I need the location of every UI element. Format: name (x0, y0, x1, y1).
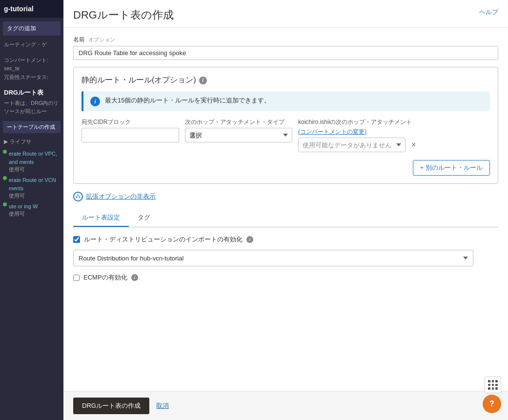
hop-attachment-col: koichiro.ishiiの次のホップ・アタッチメント (コンパートメントの変… (298, 118, 419, 152)
tabs-container: ルート表設定 タグ (73, 209, 498, 227)
help-button[interactable]: ? (483, 395, 501, 413)
list-item-text-2[interactable]: erate Route or VCN ments (9, 177, 56, 191)
help-link[interactable]: ヘルプ (479, 8, 498, 17)
rule-row: 宛先CIDRブロック 次のホップ・アタッチメント・タイプ 選択 koichiro… (81, 118, 490, 152)
ecmp-label: ECMPの有効化 (83, 273, 127, 282)
form-area: 名前 オプション 静的ルート・ルール(オプション) i i 最大15個の静的ルー… (63, 28, 508, 391)
compartment-label: コンパートメント: sec_te (4, 56, 60, 73)
create-drg-table-button[interactable]: DRGルート表の作成 (73, 398, 149, 414)
page-title: DRGルート表の作成 (73, 8, 174, 22)
grid-icon[interactable] (485, 377, 501, 393)
tab-tags[interactable]: タグ (129, 209, 159, 227)
close-rule-button[interactable]: × (408, 140, 419, 150)
grid-dot (495, 384, 498, 386)
list-item-status-1: 使用可 (9, 166, 61, 173)
grid-dot (492, 384, 494, 386)
static-rules-section: 静的ルート・ルール(オプション) i i 最大15個の静的ルート・ルールを実行時… (73, 67, 498, 184)
ecmp-checkbox[interactable] (73, 275, 80, 281)
svg-point-1 (76, 197, 78, 198)
tab-content-route-settings: ルート・ディストリビューションのインポートの有効化 i Route Distri… (73, 227, 498, 290)
sidebar-compartment: コンパートメント: sec_te 冗長性ステータス: (0, 51, 63, 84)
grid-dot (492, 380, 494, 382)
grid-dot (492, 387, 494, 390)
sidebar-title: g-tutorial (0, 0, 63, 18)
page-header: DRGルート表の作成 ヘルプ (63, 0, 508, 28)
route-dist-import-checkbox[interactable] (73, 236, 80, 243)
hop-col-label: koichiro.ishiiの次のホップ・アタッチメント (298, 118, 419, 126)
sidebar: g-tutorial タグの追加 ルーティング・ゲ コンパートメント: sec_… (0, 0, 63, 420)
grid-dot (488, 380, 490, 382)
add-rule-button[interactable]: + 別のルート・ルール (413, 160, 490, 176)
list-item-status-2: 使用可 (9, 192, 61, 200)
next-hop-type-col: 次のホップ・アタッチメント・タイプ 選択 (185, 118, 292, 142)
status-dot-2 (3, 176, 7, 180)
cancel-button[interactable]: 取消 (156, 401, 169, 410)
list-item: erate Route or VCN ments 使用可 (0, 175, 63, 201)
name-optional-label: オプション (88, 37, 115, 42)
cidr-label: 宛先CIDRブロック (81, 118, 179, 126)
redundancy-label: 冗長性ステータス: (4, 73, 60, 82)
name-field-group: 名前 オプション (73, 36, 498, 60)
ecmp-row: ECMPの有効化 i (73, 273, 498, 282)
main-content: DRGルート表の作成 ヘルプ 名前 オプション 静的ルート・ルール(オプション)… (63, 0, 508, 420)
status-dot-1 (3, 150, 7, 154)
change-compartment-link[interactable]: (コンパートメントの変更) (298, 128, 419, 136)
cidr-input[interactable] (81, 128, 179, 142)
add-tag-button[interactable]: タグの追加 (3, 21, 61, 36)
breadcrumb-text: ルーティング・ゲ (4, 40, 60, 49)
list-item-status-3: 使用可 (9, 210, 38, 218)
cidr-col: 宛先CIDRブロック (81, 118, 179, 142)
status-dot-3 (3, 202, 7, 206)
list-item: ute or ing W 使用可 (0, 201, 63, 219)
static-rules-info-icon[interactable]: i (199, 77, 207, 84)
footer: DRGルート表の作成 取消 (63, 391, 508, 420)
sidebar-drg-title: DRGルート表 (0, 83, 63, 98)
route-dist-info-icon[interactable]: i (246, 236, 253, 243)
grid-dot (488, 384, 490, 386)
sidebar-drg-desc: ート表は、DRG内のリソースが同じルー (0, 98, 63, 119)
route-dist-import-row: ルート・ディストリビューションのインポートの有効化 i (73, 235, 498, 244)
info-box: i 最大15個の静的ルート・ルールを実行時に追加できます。 (81, 91, 490, 111)
grid-dot (495, 380, 498, 382)
route-dist-import-label: ルート・ディストリビューションのインポートの有効化 (84, 235, 243, 244)
next-hop-type-label: 次のホップ・アタッチメント・タイプ (185, 118, 292, 126)
expand-icon: ▶ (4, 139, 8, 145)
list-item-text-3[interactable]: ute or ing W (9, 203, 38, 209)
next-hop-type-select[interactable]: 選択 (185, 128, 292, 142)
advanced-options-icon (73, 192, 83, 201)
name-field-label: 名前 オプション (73, 36, 498, 44)
grid-dot (488, 387, 490, 390)
list-item-text-1[interactable]: erate Route or VPC, and ments (9, 151, 57, 164)
sidebar-create-button[interactable]: ートテーブルの作成 (3, 121, 61, 133)
grid-dot (495, 387, 498, 390)
name-input[interactable] (73, 46, 498, 60)
sidebar-lifecycle: ▶ ライフサ (0, 135, 63, 148)
svg-point-0 (78, 195, 79, 196)
advanced-options-toggle[interactable]: 拡張オプションの非表示 (73, 192, 498, 201)
add-rule-row: + 別のルート・ルール (81, 157, 490, 176)
list-item: erate Route or VPC, and ments 使用可 (0, 148, 63, 175)
lifecycle-label: ライフサ (10, 138, 31, 145)
tabs-row: ルート表設定 タグ (73, 209, 498, 227)
tab-route-settings[interactable]: ルート表設定 (73, 209, 129, 227)
hop-dropdown-row: 使用可能なデータがありません × (298, 138, 419, 152)
help-button-icon: ? (489, 400, 494, 408)
info-box-icon: i (90, 97, 100, 106)
sidebar-breadcrumb: ルーティング・ゲ (0, 36, 63, 51)
hop-attachment-select[interactable]: 使用可能なデータがありません (298, 138, 406, 152)
route-dist-select[interactable]: Route Distribution for hub-vcn-tutorial (73, 250, 473, 266)
static-rules-title: 静的ルート・ルール(オプション) i (81, 75, 490, 85)
svg-point-2 (79, 197, 81, 198)
ecmp-info-icon[interactable]: i (131, 274, 138, 281)
advanced-options-label: 拡張オプションの非表示 (86, 192, 156, 201)
info-box-text: 最大15個の静的ルート・ルールを実行時に追加できます。 (105, 96, 270, 105)
